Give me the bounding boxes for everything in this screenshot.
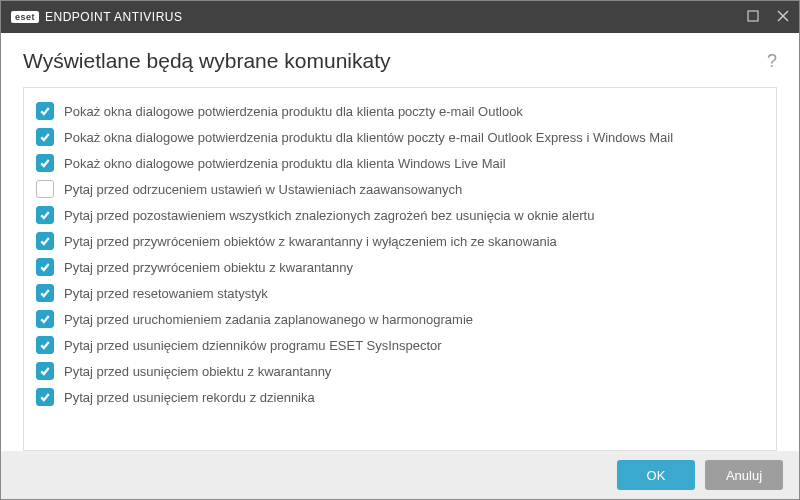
cancel-button[interactable]: Anuluj	[705, 460, 783, 490]
help-icon[interactable]: ?	[767, 51, 777, 72]
option-label: Pokaż okna dialogowe potwierdzenia produ…	[64, 104, 523, 119]
checkbox[interactable]	[36, 206, 54, 224]
checkbox[interactable]	[36, 154, 54, 172]
checkbox[interactable]	[36, 310, 54, 328]
brand: eset ENDPOINT ANTIVIRUS	[11, 10, 182, 24]
option-row: Pytaj przed odrzuceniem ustawień w Ustaw…	[34, 176, 766, 202]
option-row: Pytaj przed usunięciem rekordu z dzienni…	[34, 384, 766, 410]
option-row: Pytaj przed uruchomieniem zadania zaplan…	[34, 306, 766, 332]
checkbox[interactable]	[36, 128, 54, 146]
option-label: Pytaj przed usunięciem obiektu z kwarant…	[64, 364, 331, 379]
option-label: Pytaj przed uruchomieniem zadania zaplan…	[64, 312, 473, 327]
checkbox[interactable]	[36, 284, 54, 302]
option-label: Pytaj przed usunięciem dzienników progra…	[64, 338, 442, 353]
svg-rect-0	[748, 11, 758, 21]
product-name: ENDPOINT ANTIVIRUS	[45, 10, 182, 24]
minimize-icon[interactable]	[747, 9, 759, 25]
checkbox[interactable]	[36, 102, 54, 120]
checkbox[interactable]	[36, 362, 54, 380]
close-icon[interactable]	[777, 9, 789, 25]
checkbox[interactable]	[36, 232, 54, 250]
option-label: Pytaj przed przywróceniem obiektów z kwa…	[64, 234, 557, 249]
page-title: Wyświetlane będą wybrane komunikaty	[23, 49, 391, 73]
checkbox[interactable]	[36, 258, 54, 276]
option-row: Pytaj przed przywróceniem obiektu z kwar…	[34, 254, 766, 280]
checkbox[interactable]	[36, 336, 54, 354]
titlebar: eset ENDPOINT ANTIVIRUS	[1, 1, 799, 33]
ok-button[interactable]: OK	[617, 460, 695, 490]
brand-logo: eset	[11, 11, 39, 23]
option-row: Pytaj przed usunięciem obiektu z kwarant…	[34, 358, 766, 384]
footer: OK Anuluj	[1, 451, 799, 499]
option-label: Pytaj przed usunięciem rekordu z dzienni…	[64, 390, 315, 405]
option-label: Pokaż okna dialogowe potwierdzenia produ…	[64, 130, 673, 145]
option-row: Pytaj przed przywróceniem obiektów z kwa…	[34, 228, 766, 254]
checkbox[interactable]	[36, 388, 54, 406]
option-row: Pokaż okno dialogowe potwierdzenia produ…	[34, 150, 766, 176]
option-row: Pytaj przed pozostawieniem wszystkich zn…	[34, 202, 766, 228]
option-label: Pytaj przed pozostawieniem wszystkich zn…	[64, 208, 594, 223]
option-label: Pokaż okno dialogowe potwierdzenia produ…	[64, 156, 506, 171]
content-area: Wyświetlane będą wybrane komunikaty ? Po…	[1, 33, 799, 451]
checkbox[interactable]	[36, 180, 54, 198]
options-list[interactable]: Pokaż okna dialogowe potwierdzenia produ…	[23, 87, 777, 451]
option-row: Pytaj przed resetowaniem statystyk	[34, 280, 766, 306]
option-label: Pytaj przed odrzuceniem ustawień w Ustaw…	[64, 182, 462, 197]
option-label: Pytaj przed przywróceniem obiektu z kwar…	[64, 260, 353, 275]
header-row: Wyświetlane będą wybrane komunikaty ?	[23, 49, 777, 73]
window-controls	[747, 9, 789, 25]
option-row: Pokaż okna dialogowe potwierdzenia produ…	[34, 124, 766, 150]
option-row: Pytaj przed usunięciem dzienników progra…	[34, 332, 766, 358]
option-row: Pokaż okna dialogowe potwierdzenia produ…	[34, 98, 766, 124]
option-label: Pytaj przed resetowaniem statystyk	[64, 286, 268, 301]
